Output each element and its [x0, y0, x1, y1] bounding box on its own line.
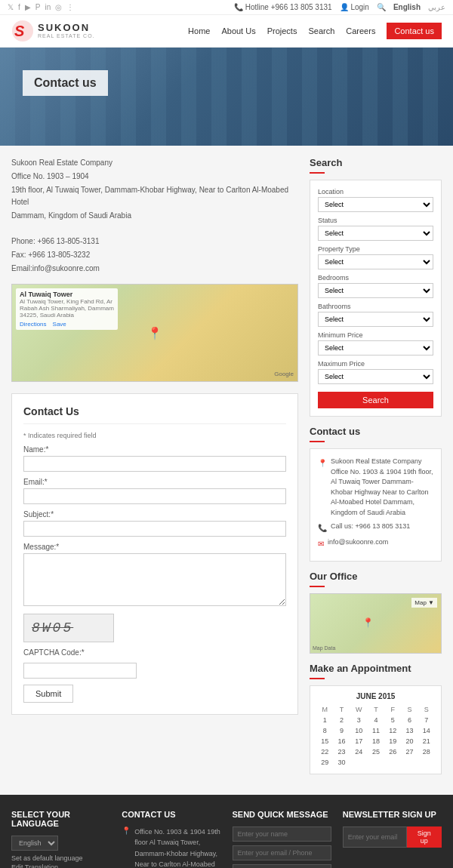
calendar-day[interactable]: 20: [401, 736, 418, 746]
mini-map-pin: 📍: [362, 617, 374, 628]
footer-location-icon: 📍: [122, 826, 131, 835]
calendar-day[interactable]: 18: [368, 736, 384, 746]
footer-language-section: SELECT YOUR LANGUAGE English Set as defa…: [11, 810, 110, 868]
map-box[interactable]: Al Tuwaiq Tower Al Tuwaiq Tower, King Fa…: [11, 284, 298, 382]
footer-newsletter-section: NEWSLETTER SIGN UP Sign up: [343, 810, 442, 868]
calendar-day[interactable]: 8: [316, 725, 333, 736]
form-title: Contact Us: [23, 405, 286, 417]
status-select[interactable]: Select: [318, 226, 433, 241]
form-submit-button[interactable]: Submit: [23, 685, 73, 703]
calendar-day[interactable]: 21: [418, 736, 435, 746]
captcha-input[interactable]: [23, 663, 137, 679]
calendar-day[interactable]: 7: [418, 715, 435, 725]
newsletter-signup-button[interactable]: Sign up: [407, 826, 442, 848]
footer-grid: SELECT YOUR LANGUAGE English Set as defa…: [11, 810, 442, 868]
calendar-day[interactable]: 2: [333, 715, 350, 725]
company-info: Sukoon Real Estate Company Office No. 19…: [11, 157, 298, 275]
nav-projects[interactable]: Projects: [267, 26, 297, 35]
subject-input[interactable]: [23, 521, 286, 537]
twitter-icon[interactable]: 𝕏: [8, 3, 14, 11]
max-price-select[interactable]: Select: [318, 369, 433, 384]
calendar-day[interactable]: 15: [316, 736, 333, 746]
cal-day-t: T: [333, 704, 350, 715]
social-icons: 𝕏 f ▶ P in ◎ ⋮: [8, 3, 74, 11]
linkedin-icon[interactable]: in: [45, 3, 51, 11]
calendar-day[interactable]: 12: [384, 725, 401, 736]
calendar-day[interactable]: 16: [333, 736, 350, 746]
calendar-day[interactable]: 11: [368, 725, 384, 736]
calendar-day[interactable]: 14: [418, 725, 435, 736]
login-link[interactable]: 👤 Login: [340, 3, 369, 11]
property-type-row: Property Type Select: [318, 245, 433, 269]
calendar-day[interactable]: 27: [401, 746, 418, 757]
nav-careers[interactable]: Careers: [346, 26, 375, 35]
hero-section: Contact us: [0, 48, 453, 146]
search-button[interactable]: Search: [318, 392, 433, 408]
youtube-icon[interactable]: ▶: [25, 3, 31, 11]
instagram-icon[interactable]: ◎: [55, 3, 62, 11]
nav-home[interactable]: Home: [188, 26, 210, 35]
lang-ar[interactable]: عربي: [428, 3, 445, 11]
edit-translation-link[interactable]: Edit Translation: [11, 863, 110, 868]
calendar-day[interactable]: 25: [368, 746, 384, 757]
name-input[interactable]: [23, 456, 286, 472]
company-email: Email:info@sukoonre.com: [11, 263, 298, 275]
email-input[interactable]: [23, 488, 286, 504]
calendar-day[interactable]: 6: [401, 715, 418, 725]
property-type-label: Property Type: [318, 245, 433, 253]
property-type-select[interactable]: Select: [318, 254, 433, 269]
calendar-day[interactable]: 17: [350, 736, 368, 746]
footer-phone-input[interactable]: [233, 845, 331, 860]
newsletter-email-input[interactable]: [343, 826, 407, 848]
footer-message-textarea[interactable]: [233, 864, 331, 868]
bathrooms-select[interactable]: Select: [318, 312, 433, 327]
mini-map[interactable]: 📍 Map Data Map ▼: [310, 593, 442, 654]
calendar-day[interactable]: 1: [316, 715, 333, 725]
company-office: Office No. 1903 – 1904: [11, 171, 298, 183]
calendar-day[interactable]: 26: [384, 746, 401, 757]
calendar-day[interactable]: 13: [401, 725, 418, 736]
mini-map-control[interactable]: Map ▼: [411, 598, 437, 608]
rss-icon[interactable]: ⋮: [66, 3, 74, 11]
min-price-label: Minimum Price: [318, 331, 433, 339]
lang-en[interactable]: English: [393, 3, 421, 11]
footer-name-input[interactable]: [233, 826, 331, 842]
calendar-day[interactable]: 5: [384, 715, 401, 725]
nav-about[interactable]: About Us: [221, 26, 255, 35]
location-select[interactable]: Select: [318, 197, 433, 212]
footer-newsletter-title: NEWSLETTER SIGN UP: [343, 810, 442, 819]
calendar-day: [384, 757, 401, 768]
search-title: Search: [310, 157, 442, 168]
location-label: Location: [318, 188, 433, 195]
contact-us-button[interactable]: Contact us: [387, 23, 442, 39]
calendar-day[interactable]: 9: [333, 725, 350, 736]
calendar-day[interactable]: 10: [350, 725, 368, 736]
status-row: Status Select: [318, 217, 433, 241]
calendar-day[interactable]: 23: [333, 746, 350, 757]
location-row: Location Select: [318, 188, 433, 212]
nav-links: Home About Us Projects Search Careers Co…: [188, 23, 442, 39]
pinterest-icon[interactable]: P: [35, 3, 41, 11]
calendar-day[interactable]: 3: [350, 715, 368, 725]
min-price-select[interactable]: Select: [318, 340, 433, 356]
nav-search[interactable]: Search: [308, 26, 334, 35]
calendar-day[interactable]: 30: [333, 757, 350, 768]
calendar-day[interactable]: 29: [316, 757, 333, 768]
logo[interactable]: S SUKOON REAL ESTATE CO.: [11, 20, 95, 42]
message-textarea[interactable]: [23, 553, 286, 606]
calendar-day[interactable]: 4: [368, 715, 384, 725]
save-link[interactable]: Save: [53, 321, 66, 328]
our-office-title: Our Office: [310, 571, 442, 582]
cal-day-f: F: [384, 704, 401, 715]
search-icon[interactable]: 🔍: [377, 3, 386, 11]
directions-link[interactable]: Directions: [20, 321, 47, 328]
bedrooms-select[interactable]: Select: [318, 283, 433, 298]
facebook-icon[interactable]: f: [18, 3, 20, 11]
calendar-day[interactable]: 24: [350, 746, 368, 757]
hero-overlay: [0, 48, 453, 146]
language-select[interactable]: English: [11, 836, 58, 851]
calendar-day[interactable]: 22: [316, 746, 333, 757]
calendar-day[interactable]: 28: [418, 746, 435, 757]
default-lang-link[interactable]: Set as default language: [11, 854, 110, 862]
calendar-day[interactable]: 19: [384, 736, 401, 746]
